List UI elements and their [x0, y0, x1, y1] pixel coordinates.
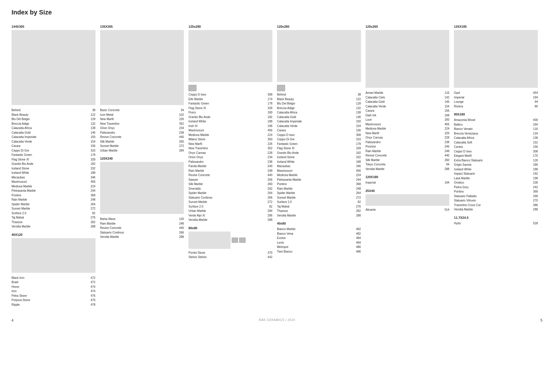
section-80x80: 80x80 Pordoi Stone370 Stelvio Stelvio442 — [188, 226, 272, 260]
section-title-90x180: 90X180 — [454, 113, 538, 116]
section-title-40x80: 40x80 — [277, 222, 361, 225]
list-item: Maximusuni456 — [188, 128, 272, 133]
list-item: Surface 2.082 — [12, 211, 96, 216]
list-item: Sunset Marble272 — [100, 144, 184, 148]
list-item: Calacatta Gold146 — [277, 115, 361, 120]
tile-120x240 — [100, 162, 184, 214]
list-item: Black Iron472 — [12, 276, 96, 280]
list-item: Urban Marble284 — [188, 209, 272, 213]
list-item: Irish XI196 — [188, 124, 272, 128]
list-item: Taj Mahal276 — [277, 204, 361, 209]
list-item: Elegant Marfil170 — [454, 154, 538, 158]
list-item: Orion Onyx234 — [188, 155, 272, 160]
list-item: Maximusuni456 — [12, 180, 96, 184]
list-item: Basic Concrete34 — [100, 108, 184, 113]
section-11-7x24-5: 11.7X24.5 Hydo528 — [454, 216, 538, 226]
list-item: Bianco Marble482 — [277, 227, 361, 232]
tile-120x260 — [366, 30, 450, 88]
list-item: Palissandro238 — [366, 140, 450, 145]
list-item: Ceppo D Iseo308 — [454, 149, 538, 154]
list-item: Statuario Continuo266 — [188, 195, 272, 200]
list-item: Versilia Marble288 — [188, 218, 272, 222]
list-item: Silk Marble260 — [366, 158, 450, 163]
tile-80x80-a — [188, 232, 230, 249]
list-item: Tokyo Concrete94 — [366, 162, 450, 167]
list-item: Icon Metal102 — [100, 113, 184, 117]
list-item: Calacatta Africa138 — [277, 110, 361, 115]
list-item: Rain Marble248 — [100, 221, 184, 226]
icon-row-b — [277, 85, 361, 91]
list-item: Pontino368 — [277, 182, 361, 186]
list-item: Petra Stone476 — [12, 294, 96, 298]
list-item: Rain Marble248 — [366, 149, 450, 154]
list-item: Bahia Wave120 — [100, 217, 184, 221]
list-item: Carara156 — [454, 145, 538, 149]
list-item: Breccia Adige132 — [277, 106, 361, 111]
list-item: Evolve484 — [277, 236, 361, 240]
list-item: Granito Blu Ande182 — [188, 115, 272, 120]
list-item: Imperial194 — [366, 180, 450, 185]
list-item: New Marfil226 — [100, 117, 184, 122]
list-item: Statuario Continuo266 — [100, 230, 184, 235]
section-title-120x280-b: 120x280 — [277, 25, 361, 28]
list-item: Ripple478 — [12, 303, 96, 307]
list-item: Silk Marble260 — [188, 182, 272, 186]
list-item: Spider Marble264 — [277, 191, 361, 195]
list-item: Onyx Canvas228 — [366, 135, 450, 140]
tile-row-80x80 — [188, 232, 272, 249]
page-title: Index by Size — [12, 9, 542, 16]
section-120x180: 120X180 Imperial194 — [366, 175, 450, 185]
section-title-120x180: 120X180 — [366, 175, 450, 179]
list-item: Macaubas346 — [277, 164, 361, 169]
product-icon-c — [239, 238, 246, 243]
list-item: Rain Marble248 — [188, 169, 272, 173]
list-item: Surface 2.082 — [277, 200, 361, 204]
list-item: Preziosi246 — [366, 144, 450, 149]
list-item: Twix Bianco486 — [277, 249, 361, 254]
product-icon-b — [232, 238, 238, 243]
list-item: Iron474 — [12, 289, 96, 294]
list-item: Calacatta Verde154 — [366, 104, 450, 109]
list-item: Carara156 — [277, 128, 361, 133]
page-number-left: 4 — [12, 318, 14, 322]
list-item: Spider Marble264 — [188, 191, 272, 195]
list-item: Iceland White188 — [188, 119, 272, 124]
list-item: Dark Ink168 — [366, 113, 450, 118]
list-item: Calacatta Cielo142 — [366, 95, 450, 100]
items-144x305: Behind38 Black Beauty122 Blu Del Belgio1… — [12, 108, 96, 229]
brand-label: RAK CERAMICS | 2024 — [259, 318, 295, 322]
list-item: Fantastic Green178 — [12, 153, 96, 157]
list-item: Calacatta Verde154 — [277, 124, 361, 128]
list-item: Rain Marble248 — [12, 197, 96, 202]
tile-40x120 — [12, 238, 96, 273]
list-item: New Travertino352 — [100, 122, 184, 126]
list-item: Macaubas346 — [12, 175, 96, 180]
list-item: Medicea Marble224 — [188, 133, 272, 137]
list-item: Carara156 — [366, 109, 450, 113]
list-item: Bianco Vena482 — [277, 232, 361, 236]
section-title-80x80: 80x80 — [188, 226, 272, 230]
list-item: Behind38 — [277, 92, 361, 97]
list-item: Panda Marble240 — [188, 164, 272, 169]
list-item: Luce200 — [366, 117, 450, 122]
column-1: 144X305 Behind38 Black Beauty122 Blu Del… — [12, 25, 100, 307]
section-title-40x120: 40X120 — [12, 233, 96, 236]
list-item: Medicea Marble224 — [12, 184, 96, 189]
list-item: Gpsl454 — [454, 91, 538, 95]
list-item: Black Beauty122 — [277, 97, 361, 102]
list-item: New Marfil226 — [366, 131, 450, 136]
list-item: Maximusuni456 — [366, 122, 450, 127]
list-item: Breccia Veneziana134 — [454, 131, 538, 136]
list-item: Maximusuni456 — [277, 169, 361, 173]
list-item: Ceppo Di Gre310 — [277, 137, 361, 142]
list-item: Travertine Cross Cut386 — [454, 203, 538, 208]
list-item: Hydo528 — [454, 221, 538, 226]
list-item: Flurry180 — [188, 110, 272, 115]
list-item: Pietra Grey242 — [454, 185, 538, 190]
column-2: 135X305 Basic Concrete34 Icon Metal102 N… — [100, 25, 189, 307]
list-item: Versilia Marble288 — [366, 167, 450, 171]
list-item: Imperial194 — [454, 95, 538, 100]
list-item: Spider Marble264 — [12, 202, 96, 207]
list-item: Breccia Adige132 — [12, 122, 96, 126]
list-item: Taj Mahal276 — [12, 215, 96, 220]
